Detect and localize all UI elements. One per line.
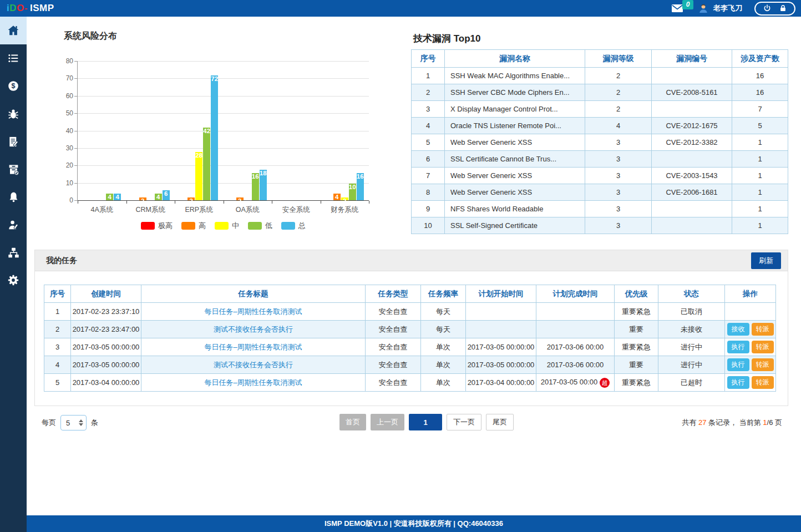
legend-item-极高[interactable]: 极高 <box>141 221 173 231</box>
vuln-table-row: 4Oracle TNS Listener Remote Poi...4CVE-2… <box>412 118 788 134</box>
task-actions-cell: 执行转派 <box>725 338 776 356</box>
task-title-cell: 每日任务–周期性任务取消测试 <box>141 303 366 321</box>
sidebar-item-archive-approve[interactable] <box>0 155 27 183</box>
vuln-table-cell: CVE-2012-3382 <box>652 134 732 151</box>
risk-distribution-chart: 010203040506070804A系统44CRM系统246ERP系统2284… <box>78 61 369 201</box>
task-actions-cell: 接收转派 <box>725 321 776 338</box>
list-icon <box>7 52 19 64</box>
vuln-table-row: 8Web Server Generic XSS3CVE-2006-16811 <box>412 184 788 201</box>
pager: 首页 上一页 1 下一页 尾页 <box>339 414 514 430</box>
legend-swatch <box>281 222 295 230</box>
vuln-table-cell: 1 <box>732 184 788 201</box>
chart-gridline <box>78 183 369 184</box>
tasks-column-header: 操作 <box>725 285 776 303</box>
task-start-cell: 2017-03-05 00:00:00 <box>466 356 536 374</box>
sidebar-item-finance[interactable]: $ <box>0 72 27 100</box>
refresh-button[interactable]: 刷新 <box>751 252 781 269</box>
transfer-button[interactable]: 转派 <box>752 341 774 353</box>
task-created-cell: 2017-03-05 00:00:00 <box>71 338 141 356</box>
vuln-table-cell: 1 <box>732 217 788 234</box>
prev-page-button[interactable]: 上一页 <box>371 414 404 430</box>
dollar-icon: $ <box>7 79 20 93</box>
task-start-cell: 2017-03-05 00:00:00 <box>466 338 536 356</box>
per-page-unit-label: 条 <box>91 418 98 428</box>
chart-gridline <box>78 78 369 79</box>
current-page-button[interactable]: 1 <box>409 414 442 430</box>
vuln-table-cell: 4 <box>585 118 652 134</box>
user-edit-icon <box>7 219 20 231</box>
messages-button[interactable]: 0 <box>671 3 693 13</box>
last-page-button[interactable]: 尾页 <box>486 414 514 430</box>
legend-swatch <box>181 222 195 230</box>
legend-item-总[interactable]: 总 <box>281 221 306 231</box>
sidebar-item-report-edit[interactable] <box>0 128 27 155</box>
chart-title: 系统风险分布 <box>64 31 117 42</box>
tasks-table-row: 42017-03-05 00:00:00测试不接收任务会否执行安全自查单次201… <box>44 356 776 374</box>
sidebar-item-list[interactable] <box>0 44 27 72</box>
vuln-table-cell <box>652 101 732 118</box>
vuln-table-cell: SSL Self-Signed Certificate <box>445 217 585 234</box>
sidebar-item-vulnerability[interactable] <box>0 100 27 128</box>
sidebar-item-settings[interactable] <box>0 266 27 294</box>
legend-item-中[interactable]: 中 <box>215 221 239 231</box>
task-start-cell: 2017-03-04 00:00:00 <box>466 374 536 392</box>
vuln-column-header: 序号 <box>412 50 445 68</box>
vuln-panel-title: 技术漏洞 Top10 <box>413 32 481 45</box>
legend-item-高[interactable]: 高 <box>181 221 206 231</box>
vuln-table-row: 10SSL Self-Signed Certificate31 <box>412 217 788 234</box>
transfer-button[interactable]: 转派 <box>752 323 774 336</box>
execute-button[interactable]: 执行 <box>727 376 749 389</box>
task-title-link[interactable]: 每日任务–周期性任务取消测试 <box>204 378 302 387</box>
task-start-cell <box>466 321 536 338</box>
legend-item-低[interactable]: 低 <box>248 221 272 231</box>
app: iDO-ISMP 0 老李飞刀 $ <box>0 0 801 532</box>
username[interactable]: 老李飞刀 <box>713 3 742 13</box>
task-end-cell <box>536 303 615 321</box>
sidebar-item-alert-bell[interactable] <box>0 183 27 211</box>
select-arrows-icon <box>79 419 83 426</box>
chart-category-label: CRM系统 <box>126 205 175 215</box>
first-page-button[interactable]: 首页 <box>339 414 366 430</box>
tasks-column-header: 优先级 <box>615 285 658 303</box>
lock-icon[interactable] <box>779 4 787 13</box>
next-page-button[interactable]: 下一页 <box>447 414 481 430</box>
accept-button[interactable]: 接收 <box>727 323 749 336</box>
transfer-button[interactable]: 转派 <box>752 358 774 371</box>
per-page-label: 每页 <box>42 418 56 428</box>
vulnerability-top10-table: 序号漏洞名称漏洞等级漏洞编号涉及资产数1SSH Weak MAC Algorit… <box>411 49 788 234</box>
task-title-link[interactable]: 测试不接收任务会否执行 <box>214 325 293 333</box>
sidebar-item-home[interactable] <box>0 17 27 44</box>
task-status-cell: 进行中 <box>658 338 725 356</box>
chart-gridline <box>78 113 369 114</box>
logo-letter-d: D <box>9 3 17 14</box>
task-priority-cell: 重要 <box>615 321 658 338</box>
summary-page: 1 <box>763 418 767 427</box>
task-title-link[interactable]: 每日任务–周期性任务取消测试 <box>204 343 302 351</box>
footer: ISMP DEMO版V1.0 | 安道科技版权所有 | QQ:46040336 <box>27 515 801 532</box>
tasks-column-header: 状态 <box>658 285 725 303</box>
transfer-button[interactable]: 转派 <box>752 376 774 389</box>
per-page-select[interactable]: 5 <box>60 415 87 430</box>
vuln-table-row: 2SSH Server CBC Mode Ciphers En...2CVE-2… <box>412 84 788 101</box>
archive-check-icon <box>7 163 20 176</box>
tasks-table-row: 52017-03-04 00:00:00每日任务–周期性任务取消测试安全自查单次… <box>44 374 776 392</box>
gear-icon <box>7 273 20 287</box>
vuln-table-cell: Oracle TNS Listener Remote Poi... <box>445 118 585 134</box>
sidebar-item-org-sitemap[interactable] <box>0 239 27 266</box>
sidebar-item-user-edit[interactable] <box>0 211 27 239</box>
execute-button[interactable]: 执行 <box>727 358 749 371</box>
task-title-link[interactable]: 测试不接收任务会否执行 <box>214 361 293 369</box>
chart-x-tick <box>175 201 175 204</box>
task-no-cell: 4 <box>44 356 71 374</box>
chart-bar-value-label: 16 <box>354 173 366 180</box>
chart-y-tick <box>74 131 77 131</box>
chart-gridline <box>78 148 369 149</box>
task-title-cell: 测试不接收任务会否执行 <box>141 356 366 374</box>
execute-button[interactable]: 执行 <box>727 341 749 353</box>
task-title-link[interactable]: 每日任务–周期性任务取消测试 <box>204 307 302 316</box>
vuln-column-header: 漏洞编号 <box>652 50 732 68</box>
vuln-table-cell: CVE-2003-1543 <box>652 168 732 184</box>
power-icon[interactable] <box>763 4 772 13</box>
chart-category-label: OA系统 <box>224 205 272 215</box>
tasks-column-header: 计划完成时间 <box>536 285 615 303</box>
